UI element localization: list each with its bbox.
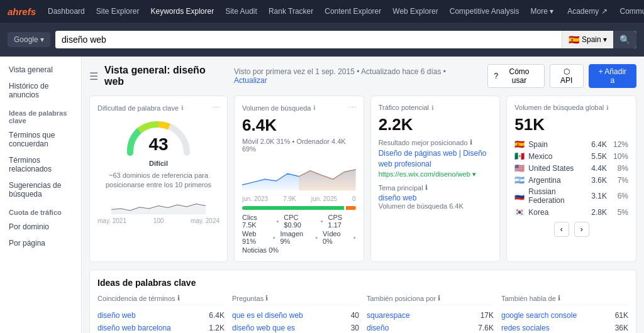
volume-breakdown: Móvil 2.0K 31% • Ordenador 4.4K 69%: [242, 138, 356, 153]
web-bar: [242, 206, 344, 210]
keyword-link[interactable]: diseño web que es: [232, 324, 295, 332]
nav-content-explorer[interactable]: Content Explorer: [320, 4, 386, 18]
page-title: Vista general: diseño web: [104, 65, 228, 87]
traffic-card: Tráfico potencial ℹ 2.2K Resultado mejor…: [370, 96, 501, 262]
update-link[interactable]: Actualizar: [234, 76, 267, 85]
difficulty-card-title: Dificultad de palabra clave ℹ ⋯: [97, 104, 219, 112]
column-info-icon[interactable]: ℹ: [558, 294, 560, 302]
difficulty-info-icon[interactable]: ℹ: [181, 104, 184, 111]
sidebar-item-terminos-concuerdan[interactable]: Términos que concuerdan: [0, 127, 81, 152]
sidebar-item-sugerencias[interactable]: Sugerencias de búsqueda: [0, 177, 81, 202]
best-result-link[interactable]: Diseño de páginas web | Diseño web profe…: [379, 149, 487, 168]
country-prev-button[interactable]: ‹: [554, 222, 569, 237]
keywords-column-header: Preguntas ℹ: [232, 294, 359, 305]
keyword-item: redes sociales 36K: [501, 322, 628, 333]
sidebar-item-vista-general[interactable]: Vista general: [0, 62, 81, 78]
global-volume-number: 51K: [514, 115, 628, 134]
volume-stats: Clics 7.5K • CPC $0.90 • CPS 1.17 Web 91…: [242, 214, 356, 254]
traffic-number: 2.2K: [379, 115, 492, 134]
keyword-volume: 36K: [615, 324, 628, 332]
svg-marker-2: [299, 170, 355, 190]
keyword-link[interactable]: google search console: [501, 311, 577, 320]
country-flag: 🇪🇸: [569, 35, 579, 45]
stat-row-clicks: Clics 7.5K • CPC $0.90 • CPS 1.17: [242, 214, 356, 229]
keywords-column-0: Coincidencia de términos ℹ diseño web 6.…: [97, 294, 225, 333]
keyword-item: diseño web barcelona 1.2K: [97, 322, 225, 333]
keywords-column-header: También habla de ℹ: [501, 294, 628, 305]
column-info-icon[interactable]: ℹ: [177, 294, 180, 302]
keywords-column-2: También posiciona por ℹ squarespace 17K …: [367, 294, 494, 333]
country-volume: 4.4K: [587, 164, 607, 173]
nav-rank-tracker[interactable]: Rank Tracker: [264, 4, 318, 18]
page-header: ☰ Vista general: diseño web Visto por pr…: [89, 64, 636, 88]
nav-competitive-analysis[interactable]: Competitive Analysis: [445, 4, 524, 18]
country-list: 🇪🇸 Spain 6.4K 12% 🇲🇽 Mexico 5.5K 10% 🇺🇸 …: [514, 139, 628, 217]
nav-site-explorer[interactable]: Site Explorer: [92, 4, 144, 18]
keyword-link[interactable]: diseño: [367, 324, 389, 332]
country-percent: 12%: [611, 140, 628, 149]
keyword-link[interactable]: redes sociales: [501, 324, 550, 332]
difficulty-more-icon[interactable]: ⋯: [213, 104, 219, 112]
volume-card-title: Volumen de búsqueda ℹ ⋯: [242, 104, 356, 112]
nav-keywords-explorer[interactable]: Keywords Explorer: [146, 4, 218, 18]
column-info-icon[interactable]: ℹ: [438, 294, 440, 302]
keyword-volume: 1.2K: [209, 324, 225, 332]
difficulty-chart-labels: may. 2021 100 may. 2024: [97, 217, 219, 224]
keyword-link[interactable]: squarespace: [367, 311, 410, 320]
country-flag-icon: 🇺🇸: [514, 163, 525, 173]
search-input-wrapper: 🇪🇸 Spain ▾ 🔍: [55, 31, 636, 48]
stat-noticias: Noticias 0%: [242, 246, 356, 254]
column-info-icon[interactable]: ℹ: [265, 294, 268, 302]
sidebar-item-terminos-relacionados[interactable]: Términos relacionados: [0, 152, 81, 177]
nav-site-audit[interactable]: Site Audit: [221, 4, 262, 18]
menu-icon[interactable]: ☰: [89, 70, 98, 82]
country-flag-icon: 🇷🇺: [514, 192, 525, 201]
sidebar: Vista general Histórico de anuncios Idea…: [0, 57, 82, 333]
best-result-url: https://es.wix.com/diseno/web ▾: [379, 170, 492, 178]
traffic-info-icon[interactable]: ℹ: [431, 104, 434, 111]
nav-web-explorer[interactable]: Web Explorer: [388, 4, 442, 18]
nav-dashboard[interactable]: Dashboard: [43, 4, 89, 18]
country-row: 🇲🇽 Mexico 5.5K 10%: [514, 151, 628, 161]
sidebar-item-por-dominio[interactable]: Por dominio: [0, 219, 81, 235]
volume-more-icon[interactable]: ⋯: [349, 104, 356, 112]
add-to-button[interactable]: + Añadir a: [589, 64, 636, 88]
api-button[interactable]: ⬡ API: [550, 64, 584, 88]
topic-link[interactable]: diseño web: [379, 194, 417, 202]
sidebar-section-ideas: Ideas de palabras clave: [0, 103, 81, 127]
global-info-icon[interactable]: ℹ: [606, 104, 609, 111]
how-to-button[interactable]: ? Cómo usar: [487, 64, 545, 88]
keyword-link[interactable]: diseño web: [97, 311, 136, 320]
search-submit-button[interactable]: 🔍: [613, 31, 636, 48]
best-result-info-icon[interactable]: ℹ: [470, 138, 472, 146]
sidebar-item-por-pagina[interactable]: Por página: [0, 235, 81, 251]
country-selector[interactable]: 🇪🇸 Spain ▾: [562, 31, 613, 48]
top-navigation: ahrefs Dashboard Site Explorer Keywords …: [0, 0, 644, 23]
search-bar: Google ▾ 🇪🇸 Spain ▾ 🔍: [0, 23, 644, 57]
global-volume-card: Volumen de búsqueda global ℹ 51K 🇪🇸 Spai…: [506, 96, 636, 262]
country-name: Korea: [528, 208, 583, 217]
keyword-link[interactable]: diseño web barcelona: [97, 324, 171, 332]
keyword-search-input[interactable]: [55, 31, 562, 48]
keywords-column-1: Preguntas ℹ que es el diseño web 40 dise…: [232, 294, 359, 333]
keyword-link[interactable]: que es el diseño web: [232, 311, 303, 320]
keyword-item: diseño web 6.4K: [97, 309, 225, 322]
search-engine-selector[interactable]: Google ▾: [8, 32, 50, 47]
page-subtitle: Visto por primera vez el 1 sep. 2015 • A…: [234, 67, 481, 85]
country-percent: 5%: [611, 208, 628, 217]
nav-community[interactable]: Community ↗: [616, 4, 644, 18]
country-next-button[interactable]: ›: [574, 222, 589, 237]
keyword-volume: 7.6K: [478, 324, 494, 332]
nav-academy[interactable]: Academy ↗: [563, 4, 611, 18]
best-result-label: Resultado mejor posicionado ℹ: [379, 138, 492, 146]
volume-number: 6.4K: [242, 116, 356, 135]
sidebar-section-cuota: Cuota de tráfico: [0, 202, 81, 219]
nav-more[interactable]: More ▾: [526, 4, 558, 18]
topic-info-icon[interactable]: ℹ: [425, 183, 428, 192]
country-row: 🇺🇸 United States 4.4K 8%: [514, 163, 628, 173]
volume-info-icon[interactable]: ℹ: [313, 104, 316, 111]
metrics-cards-row: Dificultad de palabra clave ℹ ⋯: [89, 96, 636, 262]
sidebar-item-historico[interactable]: Histórico de anuncios: [0, 78, 81, 103]
country-percent: 6%: [611, 192, 628, 200]
difficulty-score: 43: [148, 134, 168, 155]
